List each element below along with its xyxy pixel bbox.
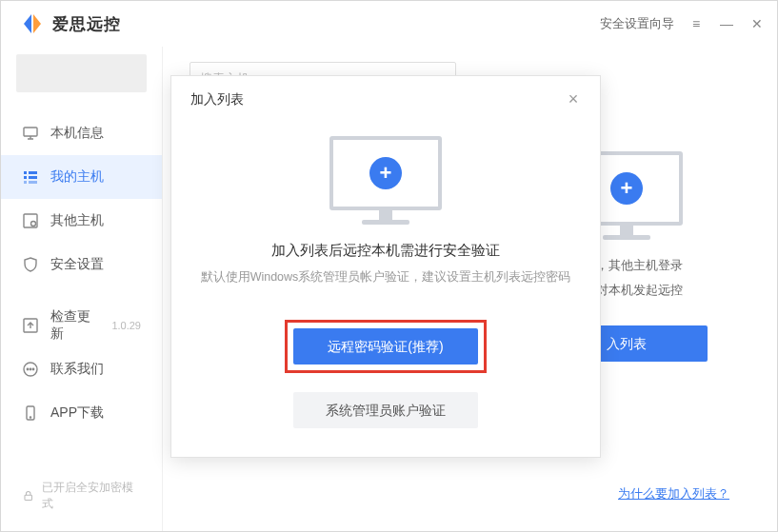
sidebar-item-other-hosts[interactable]: 其他主机 — [1, 199, 162, 243]
svg-point-15 — [30, 417, 30, 418]
brand: 爱思远控 — [20, 11, 121, 36]
svg-point-13 — [32, 368, 33, 369]
minimize-button[interactable]: — — [718, 16, 735, 31]
modal-heading: 加入列表后远控本机需进行安全验证 — [200, 242, 571, 260]
sidebar-item-label: 我的主机 — [50, 168, 104, 186]
svg-rect-3 — [24, 176, 27, 179]
svg-rect-6 — [29, 181, 37, 184]
svg-point-12 — [30, 368, 30, 369]
svg-rect-2 — [29, 171, 37, 174]
join-list-modal: 加入列表 × + 加入列表后远控本机需进行安全验证 默认使用Windows系统管… — [170, 75, 601, 458]
sidebar: 本机信息 我的主机 其他主机 安全设置 检查更新 1.0 — [1, 47, 163, 531]
logo-icon — [20, 11, 45, 36]
sidebar-item-app-download[interactable]: APP下载 — [1, 391, 162, 435]
monitor-icon — [22, 125, 39, 142]
grid-icon — [22, 212, 39, 229]
sidebar-item-label: 安全设置 — [50, 256, 104, 273]
svg-rect-5 — [24, 181, 27, 184]
sidebar-item-local-info[interactable]: 本机信息 — [1, 111, 162, 155]
plus-icon: + — [369, 157, 402, 189]
menu-icon[interactable]: ≡ — [688, 16, 705, 31]
why-join-link[interactable]: 为什么要加入列表？ — [618, 485, 729, 502]
sidebar-item-label: 本机信息 — [50, 125, 104, 142]
sidebar-item-check-update[interactable]: 检查更新 1.0.29 — [1, 304, 162, 347]
svg-point-11 — [27, 368, 28, 369]
sidebar-item-label: 检查更新 — [50, 308, 100, 343]
version-text: 1.0.29 — [111, 320, 141, 331]
remote-password-verify-button[interactable]: 远程密码验证(推荐) — [293, 328, 478, 365]
list-icon — [22, 168, 39, 186]
phone-icon — [22, 404, 39, 422]
modal-close-button[interactable]: × — [564, 89, 583, 109]
close-button[interactable]: ✕ — [748, 16, 766, 31]
shield-icon — [22, 256, 39, 273]
sidebar-item-my-hosts[interactable]: 我的主机 — [1, 155, 162, 199]
brand-text: 爱思远控 — [52, 13, 121, 35]
chat-icon — [22, 361, 39, 378]
svg-rect-4 — [29, 176, 37, 179]
primary-button-highlight: 远程密码验证(推荐) — [285, 320, 487, 373]
sidebar-item-label: 联系我们 — [50, 361, 104, 378]
sidebar-item-security[interactable]: 安全设置 — [1, 243, 162, 286]
system-admin-verify-button[interactable]: 系统管理员账户验证 — [293, 392, 478, 428]
plus-icon: + — [610, 172, 643, 205]
encrypt-status: 已开启全安加密模式 — [1, 468, 162, 523]
security-wizard-link[interactable]: 安全设置向导 — [600, 15, 674, 32]
sidebar-item-label: APP下载 — [50, 404, 104, 422]
svg-rect-0 — [24, 128, 37, 136]
encrypt-label: 已开启全安加密模式 — [42, 480, 141, 512]
modal-title: 加入列表 — [190, 91, 244, 108]
modal-subtext: 默认使用Windows系统管理员帐户验证，建议设置主机列表远控密码 — [200, 269, 571, 286]
svg-rect-1 — [24, 171, 27, 174]
svg-rect-16 — [25, 495, 31, 500]
lock-icon — [22, 489, 34, 502]
modal-monitor-graphic: + — [329, 136, 442, 225]
sidebar-item-label: 其他主机 — [50, 212, 104, 229]
sidebar-item-contact[interactable]: 联系我们 — [1, 347, 162, 391]
upload-icon — [22, 317, 39, 334]
user-block[interactable] — [16, 54, 147, 92]
svg-point-8 — [31, 222, 36, 227]
